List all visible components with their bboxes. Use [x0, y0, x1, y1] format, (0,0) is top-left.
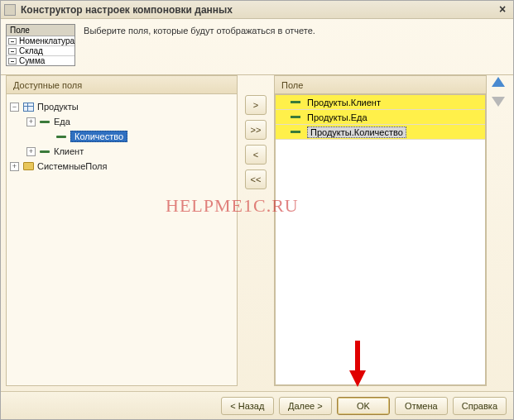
ok-button[interactable]: OK — [337, 397, 390, 415]
footer-buttons: < Назад Далее > OK Отмена Справка — [1, 391, 513, 419]
remove-button[interactable]: < — [245, 145, 267, 165]
remove-all-button[interactable]: << — [245, 169, 267, 189]
field-icon — [39, 146, 50, 156]
dash-icon — [8, 58, 17, 64]
selected-fields-list[interactable]: Продукты.Клиент Продукты.Еда Продукты.Ко… — [275, 94, 486, 385]
instruction-text: Выберите поля, которые будут отображатьс… — [84, 24, 315, 36]
selected-fields-panel: Поле Продукты.Клиент Продукты.Еда — [274, 75, 487, 386]
fields-tree[interactable]: − Продукты + Еда Количество — [7, 94, 237, 385]
selected-fields-header: Поле — [275, 76, 486, 94]
add-all-button[interactable]: >> — [245, 120, 267, 140]
move-up-button[interactable] — [492, 77, 507, 92]
expand-icon[interactable]: + — [26, 117, 36, 126]
list-item[interactable]: Продукты.Клиент — [276, 95, 485, 110]
tree-node-products[interactable]: − Продукты — [10, 99, 233, 114]
list-item[interactable]: Продукты.Количество — [276, 125, 485, 140]
window-title: Конструктор настроек компоновки данных — [21, 4, 233, 16]
cancel-button[interactable]: Отмена — [395, 397, 448, 415]
back-button[interactable]: < Назад — [221, 397, 274, 415]
window-app-icon — [4, 4, 16, 16]
mini-table-header: Поле — [7, 25, 74, 36]
field-icon — [291, 116, 300, 118]
next-button[interactable]: Далее > — [279, 397, 332, 415]
field-icon — [291, 131, 300, 133]
tree-node-klient[interactable]: + Клиент — [10, 144, 233, 159]
help-button[interactable]: Справка — [453, 397, 507, 415]
available-fields-header: Доступные поля — [7, 76, 237, 94]
list-item[interactable]: Продукты.Еда — [276, 110, 485, 125]
field-icon — [55, 131, 67, 141]
transfer-buttons: > >> < << — [243, 75, 269, 386]
field-icon — [39, 117, 50, 126]
add-button[interactable]: > — [245, 95, 267, 115]
tree-node-system-fields[interactable]: + СистемныеПоля — [10, 159, 233, 174]
tree-node-eda[interactable]: + Еда — [10, 114, 233, 129]
mini-table-row: Номенклатура — [7, 36, 74, 46]
close-icon[interactable]: × — [495, 3, 510, 17]
move-down-button[interactable] — [492, 97, 507, 112]
reorder-buttons — [490, 75, 508, 386]
mini-table-row: Склад — [7, 46, 74, 56]
mini-fields-table: Поле Номенклатура Склад Сумма — [6, 24, 75, 66]
dash-icon — [8, 38, 17, 45]
tree-node-kolichestvo[interactable]: Количество — [10, 129, 233, 144]
dash-icon — [8, 48, 17, 55]
field-icon — [291, 101, 300, 103]
available-fields-panel: Доступные поля − Продукты + Еда — [6, 75, 238, 386]
expand-icon[interactable]: + — [10, 162, 19, 171]
mini-table-row: Сумма — [7, 56, 74, 65]
collapse-icon[interactable]: − — [10, 103, 19, 112]
titlebar: Конструктор настроек компоновки данных × — [1, 1, 513, 19]
table-icon — [22, 102, 34, 112]
header-area: Поле Номенклатура Склад Сумма Выберите п… — [1, 19, 513, 75]
folder-icon — [22, 161, 34, 171]
arrow-down-icon — [492, 97, 505, 107]
expand-icon[interactable]: + — [26, 147, 36, 156]
arrow-up-icon — [492, 77, 505, 87]
